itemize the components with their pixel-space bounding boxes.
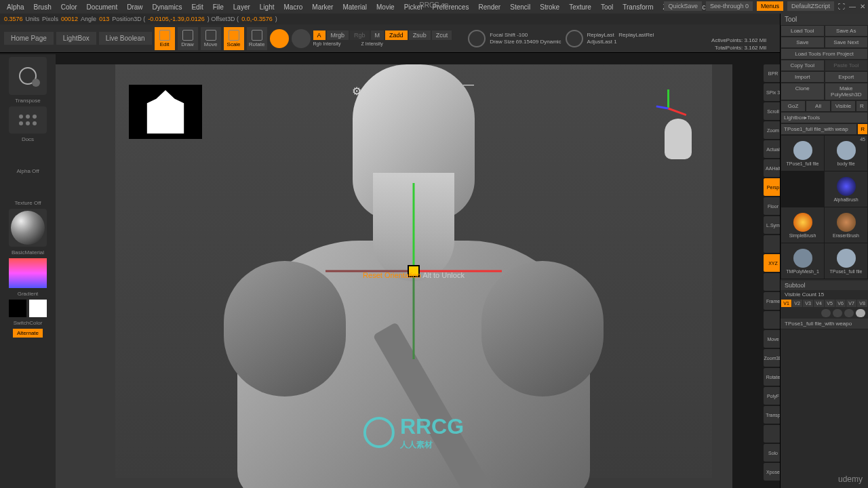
- zsub-button[interactable]: Zsub: [409, 30, 431, 40]
- m-button[interactable]: M: [371, 30, 384, 40]
- liveboolean-tab[interactable]: Live Boolean: [99, 32, 152, 45]
- texture-off-label[interactable]: Texture Off: [15, 200, 41, 206]
- goz-all-button[interactable]: All: [806, 100, 831, 112]
- tool-item[interactable]: EraserBrush: [825, 207, 867, 243]
- menu-item[interactable]: Movie: [372, 2, 399, 12]
- seethrough-slider[interactable]: See-through 0: [706, 1, 753, 11]
- paste-tool-button[interactable]: Paste Tool: [825, 60, 869, 71]
- mrgb-button[interactable]: Mrgb: [327, 30, 349, 40]
- sculptris-toggle[interactable]: [292, 29, 311, 48]
- goz-visible-button[interactable]: Visible: [831, 100, 856, 112]
- eye-icon[interactable]: [821, 309, 831, 317]
- menu-item[interactable]: Document: [83, 2, 122, 12]
- swatch-black[interactable]: [9, 300, 26, 317]
- z-intensity-slider[interactable]: Z Intensity: [361, 41, 382, 46]
- vis-tab[interactable]: V5: [825, 300, 835, 307]
- tool-item[interactable]: TPose1_full file: [781, 136, 824, 171]
- menu-item[interactable]: Stencil: [506, 2, 534, 12]
- menu-item[interactable]: Color: [57, 2, 81, 12]
- tool-item[interactable]: AlphaBrush: [825, 171, 867, 207]
- quicksave-button[interactable]: QuickSave: [664, 1, 702, 11]
- camera-reference-head[interactable]: [665, 119, 692, 159]
- tool-item[interactable]: 45body file: [825, 136, 867, 171]
- copy-tool-button[interactable]: Copy Tool: [781, 60, 825, 71]
- zcut-button[interactable]: Zcut: [432, 30, 452, 40]
- goz-button[interactable]: GoZ: [781, 100, 806, 112]
- menu-item[interactable]: Macro: [280, 2, 307, 12]
- docs-slot[interactable]: [9, 106, 47, 134]
- close-icon[interactable]: ✕: [860, 3, 865, 10]
- viewport-3d[interactable]: ⚙ ★ 📍 ⌂ ↻ 🔓 —● Reset Orientation A: [115, 64, 712, 478]
- rgb-button[interactable]: Rgb: [350, 30, 370, 40]
- tool-item[interactable]: SimpleBrush: [781, 207, 824, 243]
- scale-mode-button[interactable]: Scale: [224, 27, 244, 50]
- gizmo-toggle[interactable]: [270, 29, 289, 48]
- minimize-icon[interactable]: —: [849, 3, 856, 10]
- zadd-button[interactable]: Zadd: [385, 30, 408, 40]
- vis-tab[interactable]: V8: [857, 300, 867, 307]
- eye-icon[interactable]: [856, 309, 865, 317]
- import-button[interactable]: Import: [781, 71, 825, 83]
- tool-item[interactable]: TMPolyMesh_1: [781, 243, 824, 279]
- gradient-label[interactable]: Gradient: [18, 291, 39, 297]
- replaylastrel-button[interactable]: ReplayLastRel: [618, 32, 654, 38]
- reference-thumbnail[interactable]: [129, 85, 202, 139]
- swatch-white[interactable]: [29, 300, 47, 317]
- menu-item[interactable]: Alpha: [3, 2, 28, 12]
- make-polymesh-button[interactable]: Make PolyMesh3D: [825, 83, 869, 100]
- menu-item[interactable]: Dynamics: [149, 2, 186, 12]
- edit-mode-button[interactable]: Edit: [155, 27, 175, 50]
- menu-item[interactable]: Tool: [597, 2, 617, 12]
- menu-item[interactable]: Layer: [229, 2, 254, 12]
- menu-item[interactable]: Brush: [30, 2, 56, 12]
- vis-tab[interactable]: V6: [835, 300, 846, 307]
- subtool-header[interactable]: Subtool: [781, 281, 868, 290]
- vis-tab[interactable]: V4: [814, 300, 824, 307]
- menus-toggle[interactable]: Menus: [757, 1, 783, 11]
- load-project-button[interactable]: Load Tools From Project: [781, 48, 868, 60]
- save-as-button[interactable]: Save As: [825, 25, 869, 37]
- material-slot[interactable]: [9, 209, 47, 247]
- clone-button[interactable]: Clone: [781, 83, 825, 100]
- replaylast-button[interactable]: ReplayLast: [587, 32, 614, 38]
- tool-item[interactable]: TPose1_full file: [825, 243, 867, 279]
- focal-dial[interactable]: [468, 30, 486, 47]
- goz-r-button[interactable]: R: [856, 100, 868, 112]
- switchcolor-button[interactable]: SwitchColor: [14, 320, 43, 326]
- vis-tab[interactable]: V1: [781, 300, 791, 307]
- menu-item[interactable]: Draw: [123, 2, 146, 12]
- adjustlast-slider[interactable]: AdjustLast 1: [587, 39, 654, 45]
- vis-tab[interactable]: V7: [846, 300, 856, 307]
- menu-item[interactable]: Texture: [565, 2, 595, 12]
- visible-count[interactable]: Visible Count 15: [781, 290, 868, 299]
- a-button[interactable]: A: [313, 30, 326, 40]
- homepage-tab[interactable]: Home Page: [4, 32, 54, 45]
- menu-item[interactable]: Render: [474, 2, 505, 12]
- current-tool-name[interactable]: TPose1_full file_with weap: [781, 123, 857, 135]
- menu-item[interactable]: File: [209, 2, 228, 12]
- rotate-mode-button[interactable]: Rotate: [247, 27, 267, 50]
- save-button[interactable]: Save: [781, 37, 825, 48]
- maximize-icon[interactable]: ⛶: [838, 3, 845, 10]
- adjust-dial[interactable]: [566, 30, 583, 47]
- menu-item[interactable]: Light: [256, 2, 279, 12]
- transpose-brush-slot[interactable]: [9, 57, 47, 95]
- r-toggle[interactable]: R: [857, 123, 868, 135]
- move-mode-button[interactable]: Move: [201, 27, 221, 50]
- alpha-off-label[interactable]: Alpha Off: [16, 168, 39, 174]
- vis-tab[interactable]: V3: [803, 300, 813, 307]
- menu-item[interactable]: Edit: [187, 2, 207, 12]
- vis-tab[interactable]: V2: [792, 300, 802, 307]
- lightbox-tools-button[interactable]: Lightbox▸Tools: [781, 112, 868, 123]
- load-tool-button[interactable]: Load Tool: [781, 25, 825, 37]
- alternate-button[interactable]: Alternate: [13, 329, 43, 338]
- rgb-intensity-slider[interactable]: Rgb Intensity: [313, 41, 341, 46]
- save-next-button[interactable]: Save Next: [825, 37, 869, 48]
- menu-item[interactable]: Stroke: [536, 2, 564, 12]
- menu-item[interactable]: Material: [338, 2, 371, 12]
- draw-mode-button[interactable]: Draw: [178, 27, 198, 50]
- eye-icon[interactable]: [844, 309, 854, 317]
- eye-icon[interactable]: [833, 309, 842, 317]
- lightbox-tab[interactable]: LightBox: [56, 32, 96, 45]
- menu-item[interactable]: Transform: [618, 2, 657, 12]
